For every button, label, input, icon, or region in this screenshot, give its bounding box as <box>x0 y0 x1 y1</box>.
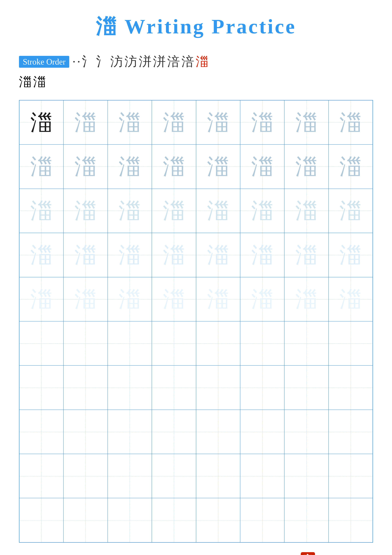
grid-cell[interactable]: 湽 <box>19 189 64 233</box>
grid-cell[interactable]: 湽 <box>240 277 284 321</box>
page: 湽 Writing Practice Stroke Order · · 氵 氵 … <box>0 0 392 555</box>
grid-cell[interactable] <box>108 498 152 542</box>
grid-cell[interactable] <box>108 410 152 454</box>
grid-cell[interactable]: 湽 <box>284 145 328 189</box>
grid-cell[interactable] <box>64 454 107 498</box>
grid-cell[interactable] <box>196 410 240 454</box>
grid-cell[interactable]: 湽 <box>284 277 328 321</box>
grid-cell[interactable]: 湽 <box>108 100 152 145</box>
grid-cell[interactable]: 湽 <box>152 277 196 321</box>
grid-cell[interactable] <box>240 321 284 365</box>
grid-cell[interactable]: 湽 <box>64 100 107 145</box>
grid-cell[interactable]: 湽 <box>152 233 196 277</box>
grid-cell[interactable] <box>152 498 196 542</box>
grid-cell[interactable] <box>152 365 196 410</box>
grid-cell[interactable]: 湽 <box>284 100 328 145</box>
grid-cell[interactable]: 湽 <box>328 100 373 145</box>
grid-cell[interactable] <box>240 410 284 454</box>
grid-cell[interactable]: 湽 <box>108 189 152 233</box>
footer: https://www.strokeorder.com/chinese/湽 字 … <box>19 552 373 555</box>
grid-cell[interactable]: 湽 <box>108 233 152 277</box>
grid-cell[interactable] <box>328 410 373 454</box>
grid-cell[interactable] <box>196 365 240 410</box>
grid-cell[interactable] <box>64 321 107 365</box>
grid-cell[interactable] <box>19 498 64 542</box>
stroke-chars-row2: 湽 湽 <box>19 73 46 90</box>
grid-cell[interactable]: 湽 <box>284 233 328 277</box>
grid-cell[interactable] <box>19 454 64 498</box>
grid-cell[interactable] <box>64 498 107 542</box>
grid-cell[interactable]: 湽 <box>19 277 64 321</box>
grid-cell[interactable]: 湽 <box>19 145 64 189</box>
grid-cell[interactable] <box>152 321 196 365</box>
grid-cell[interactable]: 湽 <box>64 145 107 189</box>
grid-cell[interactable]: 湽 <box>328 233 373 277</box>
grid-cell[interactable]: 湽 <box>108 277 152 321</box>
grid-cell[interactable] <box>284 410 328 454</box>
grid-cell[interactable]: 湽 <box>196 277 240 321</box>
grid-cell[interactable] <box>328 365 373 410</box>
grid-cell[interactable] <box>108 321 152 365</box>
grid-cell[interactable]: 湽 <box>240 145 284 189</box>
grid-cell[interactable]: 湽 <box>152 189 196 233</box>
grid-cell[interactable] <box>196 454 240 498</box>
page-title: 湽 Writing Practice <box>96 13 296 41</box>
grid-cell[interactable] <box>152 454 196 498</box>
grid-cell[interactable] <box>240 365 284 410</box>
grid-cell[interactable]: 湽 <box>328 145 373 189</box>
grid-cell[interactable]: 湽 <box>328 189 373 233</box>
grid-cell[interactable] <box>19 410 64 454</box>
grid-cell[interactable] <box>64 365 107 410</box>
practice-grid: 湽湽湽湽湽湽湽湽湽湽湽湽湽湽湽湽湽湽湽湽湽湽湽湽湽湽湽湽湽湽湽湽湽湽湽湽湽湽湽湽 <box>19 100 373 543</box>
grid-cell[interactable] <box>328 454 373 498</box>
grid-cell[interactable] <box>152 410 196 454</box>
logo-icon: 字 <box>301 552 315 555</box>
stroke-order-label: Stroke Order <box>19 56 69 68</box>
grid-cell[interactable]: 湽 <box>64 189 107 233</box>
grid-cell[interactable] <box>108 454 152 498</box>
grid-cell[interactable]: 湽 <box>196 100 240 145</box>
grid-cell[interactable] <box>328 498 373 542</box>
grid-cell[interactable]: 湽 <box>240 100 284 145</box>
grid-cell[interactable]: 湽 <box>152 100 196 145</box>
footer-url[interactable]: https://www.strokeorder.com/chinese/湽 <box>22 554 155 555</box>
grid-cell[interactable]: 湽 <box>196 189 240 233</box>
grid-cell[interactable] <box>284 365 328 410</box>
grid-cell[interactable] <box>196 498 240 542</box>
grid-cell[interactable]: 湽 <box>64 233 107 277</box>
grid-cell[interactable]: 湽 <box>240 233 284 277</box>
grid-cell[interactable]: 湽 <box>196 145 240 189</box>
grid-cell[interactable]: 湽 <box>240 189 284 233</box>
grid-cell[interactable]: 湽 <box>108 145 152 189</box>
grid-cell[interactable] <box>108 365 152 410</box>
grid-cell[interactable] <box>19 321 64 365</box>
grid-cell[interactable] <box>19 365 64 410</box>
grid-cell[interactable] <box>284 498 328 542</box>
grid-cell[interactable]: 湽 <box>19 233 64 277</box>
grid-cell[interactable] <box>284 321 328 365</box>
grid-cell[interactable]: 湽 <box>328 277 373 321</box>
grid-cell[interactable]: 湽 <box>19 100 64 145</box>
logo-text: StrokeOrder <box>318 554 370 555</box>
grid-cell[interactable] <box>240 454 284 498</box>
grid-cell[interactable]: 湽 <box>284 189 328 233</box>
grid-cell[interactable] <box>284 454 328 498</box>
stroke-order-section: Stroke Order · · 氵 氵 汸 汸 洴 洴 涪 涪 湽 湽 湽 <box>19 53 373 90</box>
grid-cell[interactable] <box>240 498 284 542</box>
stroke-chars-row1: · · 氵 氵 汸 汸 洴 洴 涪 涪 湽 <box>72 53 373 70</box>
grid-cell[interactable] <box>64 410 107 454</box>
grid-cell[interactable]: 湽 <box>64 277 107 321</box>
grid-cell[interactable] <box>196 321 240 365</box>
grid-cell[interactable]: 湽 <box>152 145 196 189</box>
grid-cell[interactable] <box>328 321 373 365</box>
footer-logo: 字 StrokeOrder <box>301 552 370 555</box>
grid-cell[interactable]: 湽 <box>196 233 240 277</box>
